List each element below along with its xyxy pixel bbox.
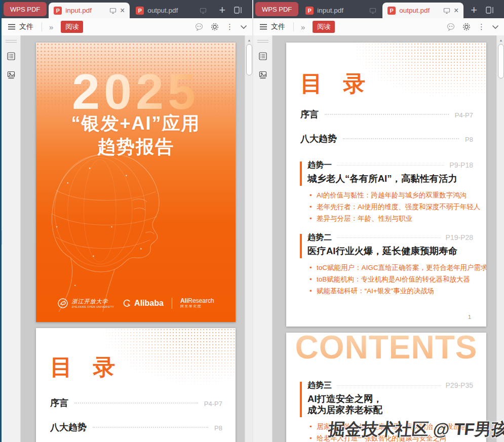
toc-entry-pages: P4-P7 xyxy=(204,400,222,408)
trend-bullets: AI的价值与黏性：跨越年龄与城乡的双重数字鸿沟 老年先行者：AI使用的维度、强度… xyxy=(308,189,473,224)
gear-icon[interactable] xyxy=(462,22,471,31)
close-tab-icon[interactable]: × xyxy=(120,7,125,15)
university-logo: 浙江开放大学 ZHEJIANG OPEN UNIVERSITY xyxy=(57,298,114,309)
scroll-up-arrow[interactable]: ▲ xyxy=(497,35,504,42)
trend-subtitle: 城乡老人“各有所AI”，高黏性有活力 xyxy=(307,173,473,184)
trend-bullet: 差异与分层：年龄、性别与职业 xyxy=(308,213,473,224)
read-mode-button[interactable]: 阅读 xyxy=(313,21,335,33)
toolbar-divider xyxy=(293,22,294,31)
toc-entry-pages: P4-P7 xyxy=(455,111,473,119)
sidebar-collapse-handle[interactable] xyxy=(257,40,268,43)
site-watermark: 掘金技术社区 @ TF男孩 xyxy=(327,418,504,441)
toc-entry: 八大趋势 P8 xyxy=(50,421,222,433)
alibaba-wordmark: Alibaba xyxy=(134,299,164,308)
toc-trend-1: 趋势一 P9-P18 城乡老人“各有所AI”，高黏性有活力 AI的价值与黏性：跨… xyxy=(307,160,473,224)
toc-entry: 八大趋势 P8 xyxy=(300,133,473,145)
toc-trend-2: 趋势二 P19-P28 医疗AI行业火爆，延长健康预期寿命 toC赋能用户：AI… xyxy=(307,232,473,297)
thumbnails-panel-icon[interactable] xyxy=(6,70,16,80)
screenshot-stage: WPS PDF P input.pdf × P output.pdf + 文件 … xyxy=(0,0,504,442)
tab-label: output.pdf xyxy=(147,7,196,14)
feedback-icon[interactable] xyxy=(446,22,455,31)
outline-panel-icon[interactable] xyxy=(258,51,268,61)
outline-panel-icon[interactable] xyxy=(6,51,16,61)
toolbar-divider xyxy=(42,22,42,31)
file-menu-button[interactable]: 文件 xyxy=(8,22,33,31)
dotted-leader xyxy=(93,427,208,428)
pdf-file-icon: P xyxy=(54,7,62,15)
university-name-cn: 浙江开放大学 xyxy=(71,298,114,305)
panel-sidebar xyxy=(253,35,273,442)
panel-sidebar xyxy=(2,35,21,442)
more-options-icon[interactable]: ⋮ xyxy=(226,23,234,30)
file-menu-label: 文件 xyxy=(271,22,285,31)
trend-subtitle: 医疗AI行业火爆，延长健康预期寿命 xyxy=(307,246,473,257)
toc-title: 目 录 xyxy=(50,352,122,382)
feedback-icon[interactable] xyxy=(195,22,204,31)
tab-bar: WPS PDF P input.pdf × P output.pdf + xyxy=(2,0,253,18)
pdf-page-toc-partial: 目 录 序言 P4-P7 八大趋势 P8 xyxy=(36,328,236,442)
dotted-leader xyxy=(343,138,459,139)
chevron-down-icon[interactable] xyxy=(492,25,499,29)
gear-icon[interactable] xyxy=(210,22,219,31)
page-number: 1 xyxy=(468,314,471,320)
expand-toolbar-button[interactable]: » xyxy=(301,23,305,31)
aliresearch-cn: 阿里研究院 xyxy=(180,304,214,309)
alibaba-mark-icon xyxy=(122,298,132,308)
chevron-down-icon[interactable] xyxy=(240,25,247,29)
sidebar-collapse-handle[interactable] xyxy=(6,40,17,43)
trend-label: 趋势三 xyxy=(307,380,332,391)
thumbnails-panel-icon[interactable] xyxy=(258,70,268,80)
new-tab-button[interactable]: + xyxy=(471,5,477,15)
trend-bullet: toC赋能用户：AIGC直给正确答案，更符合老年用户需求 xyxy=(308,262,473,273)
monitor-icon[interactable] xyxy=(443,7,450,14)
file-menu-button[interactable]: 文件 xyxy=(259,22,285,31)
pdf-file-icon: P xyxy=(387,7,396,15)
file-menu-label: 文件 xyxy=(19,22,33,31)
scrollbar-thumb[interactable] xyxy=(498,44,504,78)
publisher-logos: 浙江开放大学 ZHEJIANG OPEN UNIVERSITY Alibaba … xyxy=(36,297,236,309)
tab-output-pdf[interactable]: P output.pdf × xyxy=(382,3,463,18)
wps-pdf-menu-button[interactable]: WPS PDF xyxy=(255,2,298,16)
alibaba-logo: Alibaba xyxy=(122,298,164,308)
toc-entry-label: 序言 xyxy=(300,108,319,120)
read-mode-button[interactable]: 阅读 xyxy=(61,21,83,33)
wireframe-head-graphic xyxy=(36,146,188,322)
dotted-leader xyxy=(337,237,441,238)
wps-window-input: WPS PDF P input.pdf × P output.pdf + 文件 … xyxy=(0,0,253,442)
monitor-icon[interactable] xyxy=(109,7,117,14)
trend-bullet: toB赋能机构：专业机构是AI价值的转化器和放大器 xyxy=(308,273,473,285)
trend-pages: P29-P35 xyxy=(446,381,473,389)
new-tab-button[interactable]: + xyxy=(219,5,225,15)
university-emblem-icon xyxy=(57,298,68,309)
wps-pdf-menu-button[interactable]: WPS PDF xyxy=(4,2,47,16)
monitor-icon[interactable] xyxy=(369,7,376,14)
toolbar: 文件 » 阅读 ⋮ xyxy=(253,18,504,36)
dotted-leader xyxy=(325,114,449,115)
trend-pages: P19-P28 xyxy=(446,233,473,242)
pdf-file-icon: P xyxy=(136,7,144,15)
tab-label: input.pdf xyxy=(65,7,106,14)
tab-list-icon[interactable] xyxy=(485,6,494,14)
tab-output-pdf[interactable]: P output.pdf xyxy=(131,3,212,18)
tab-label: input.pdf xyxy=(317,7,366,14)
toc-entry: 序言 P4-P7 xyxy=(50,397,222,409)
scrollbar-thumb[interactable] xyxy=(246,44,252,75)
more-options-icon[interactable]: ⋮ xyxy=(478,23,485,30)
tab-input-pdf[interactable]: P input.pdf × xyxy=(49,3,130,18)
tab-list-icon[interactable] xyxy=(234,6,243,14)
close-tab-icon[interactable]: × xyxy=(454,7,458,15)
vertical-scrollbar[interactable]: ▲ xyxy=(496,35,504,442)
hamburger-icon xyxy=(8,24,16,30)
pdf-page-cover: 2025 “银发+AI”应用 趋势报告 xyxy=(36,43,236,322)
university-name-en: ZHEJIANG OPEN UNIVERSITY xyxy=(71,305,114,308)
tab-input-pdf[interactable]: P input.pdf xyxy=(300,3,381,18)
pdf-file-icon: P xyxy=(305,7,314,15)
trend-bullet: AI的价值与黏性：跨越年龄与城乡的双重数字鸿沟 xyxy=(308,189,473,201)
aliresearch-logo: AliResearch 阿里研究院 xyxy=(180,297,214,309)
toolbar: 文件 » 阅读 ⋮ xyxy=(2,18,253,36)
trend-subtitle: AI打造安全之网， 成为居家养老标配 xyxy=(307,393,473,416)
monitor-icon[interactable] xyxy=(200,7,207,14)
toc-title: 目 录 xyxy=(300,69,372,99)
expand-toolbar-button[interactable]: » xyxy=(49,23,53,31)
trend-bullets: toC赋能用户：AIGC直给正确答案，更符合老年用户需求 toB赋能机构：专业机… xyxy=(308,262,473,297)
